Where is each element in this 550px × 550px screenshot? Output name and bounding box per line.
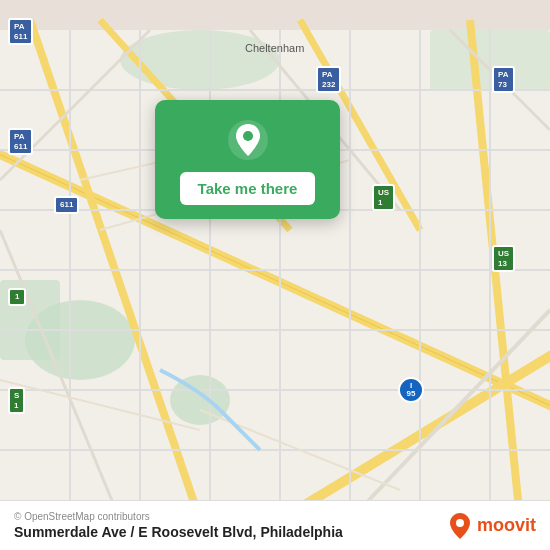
- bottom-bar: © OpenStreetMap contributors Summerdale …: [0, 500, 550, 550]
- location-pin-icon: [226, 118, 270, 162]
- road-badge-i95: I95: [398, 377, 424, 403]
- svg-text:Cheltenham: Cheltenham: [245, 42, 304, 54]
- road-badge-pa73: PA73: [492, 66, 515, 93]
- location-card: Take me there: [155, 100, 340, 219]
- moovit-pin-icon: [449, 512, 471, 540]
- road-badge-611: 611: [54, 196, 79, 214]
- road-badge-pa611-mid: PA611: [8, 128, 33, 155]
- road-badge-pa232: PA232: [316, 66, 341, 93]
- svg-point-39: [456, 519, 464, 527]
- attribution: © OpenStreetMap contributors: [14, 511, 343, 522]
- svg-point-38: [243, 131, 253, 141]
- map-svg: Cheltenham: [0, 0, 550, 550]
- moovit-text: moovit: [477, 515, 536, 536]
- road-badge-us13: US13: [492, 245, 515, 272]
- road-badge-pa611-top: PA611: [8, 18, 33, 45]
- map-container: Cheltenham PA611 PA611 611 PA232 PA73 US…: [0, 0, 550, 550]
- location-info: © OpenStreetMap contributors Summerdale …: [14, 511, 343, 540]
- location-name: Summerdale Ave / E Roosevelt Blvd, Phila…: [14, 524, 343, 540]
- road-badge-us1: US1: [372, 184, 395, 211]
- road-badge-1-left: 1: [8, 288, 26, 306]
- road-badge-s1: S1: [8, 387, 25, 414]
- moovit-logo: moovit: [449, 512, 536, 540]
- take-me-there-button[interactable]: Take me there: [180, 172, 316, 205]
